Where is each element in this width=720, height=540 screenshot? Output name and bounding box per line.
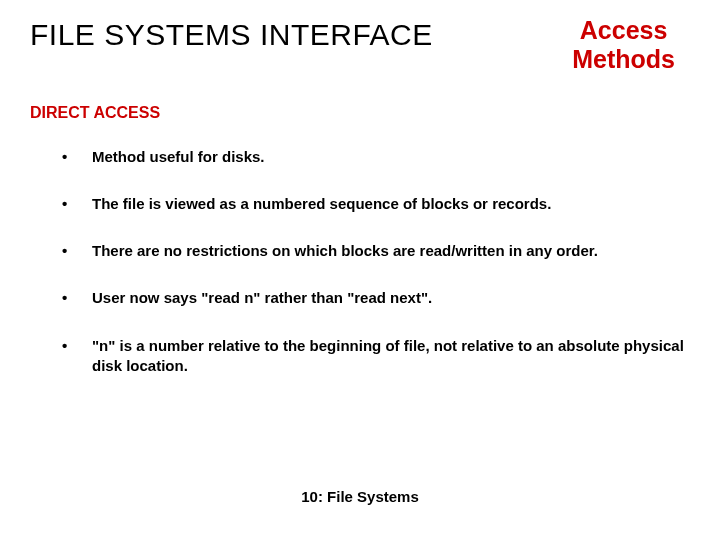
main-title: FILE SYSTEMS INTERFACE (30, 18, 433, 52)
list-item: Method useful for disks. (60, 147, 685, 167)
slide-footer: 10: File Systems (0, 488, 720, 505)
subtitle-line-1: Access (580, 16, 668, 44)
list-item: User now says "read n" rather than "read… (60, 288, 685, 308)
list-item: The file is viewed as a numbered sequenc… (60, 194, 685, 214)
section-heading: DIRECT ACCESS (0, 74, 720, 122)
subtitle: Access Methods (572, 16, 675, 74)
bullet-list: Method useful for disks. The file is vie… (0, 122, 720, 377)
subtitle-line-2: Methods (572, 45, 675, 73)
list-item: "n" is a number relative to the beginnin… (60, 336, 685, 377)
slide-header: FILE SYSTEMS INTERFACE Access Methods (0, 0, 720, 74)
list-item: There are no restrictions on which block… (60, 241, 685, 261)
